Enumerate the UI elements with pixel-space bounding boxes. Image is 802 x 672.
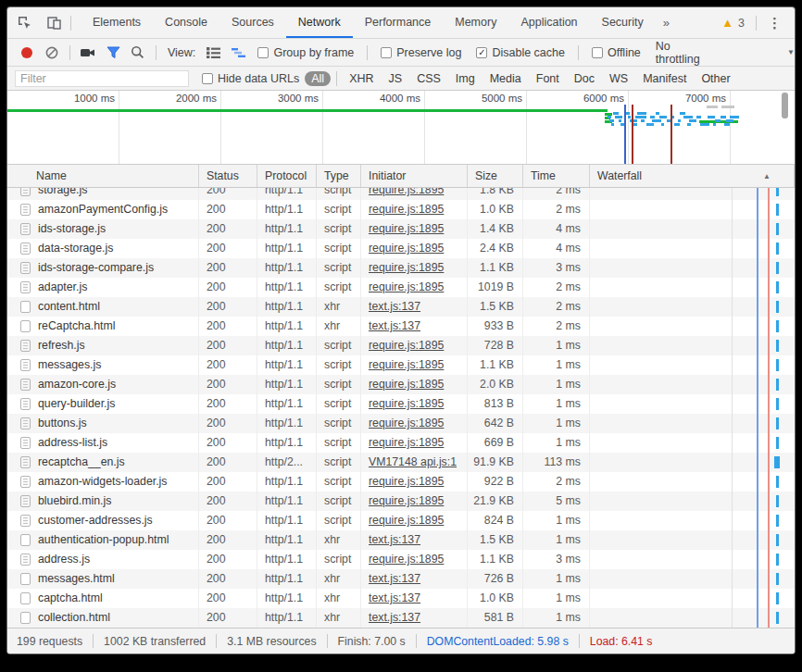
initiator-link[interactable]: require.js:1895 — [369, 222, 444, 235]
initiator-link[interactable]: require.js:1895 — [369, 339, 444, 352]
record-button[interactable] — [17, 43, 38, 63]
initiator-link[interactable]: require.js:1895 — [369, 553, 444, 566]
column-header-time[interactable]: Time — [523, 165, 590, 187]
initiator-link[interactable]: VM17148 api.js:1 — [369, 455, 457, 468]
inspect-element-icon[interactable] — [11, 11, 37, 35]
filter-chip-all[interactable]: All — [305, 71, 331, 86]
preserve-log-checkbox[interactable]: Preserve log — [381, 46, 461, 59]
table-row[interactable]: bluebird.min.js200http/1.1scriptrequire.… — [7, 492, 795, 511]
tab-memory[interactable]: Memory — [443, 7, 508, 38]
filter-chip-font[interactable]: Font — [530, 71, 566, 86]
screenshot-button[interactable] — [78, 43, 99, 63]
hide-data-urls-checkbox[interactable]: Hide data URLs — [202, 72, 299, 85]
filter-chip-doc[interactable]: Doc — [568, 71, 601, 86]
initiator-link[interactable]: text.js:137 — [369, 319, 420, 332]
table-row[interactable]: customer-addresses.js200http/1.1scriptre… — [7, 511, 795, 530]
filter-chip-ws[interactable]: WS — [603, 71, 634, 86]
search-icon — [131, 45, 144, 59]
tab-sources[interactable]: Sources — [219, 7, 286, 38]
table-row[interactable]: collection.html200http/1.1xhrtext.js:137… — [7, 608, 795, 628]
initiator-link[interactable]: text.js:137 — [369, 300, 420, 313]
table-row[interactable]: reCaptcha.html200http/1.1xhrtext.js:1379… — [7, 317, 795, 336]
table-row[interactable]: address.js200http/1.1scriptrequire.js:18… — [7, 550, 795, 569]
filter-chip-other[interactable]: Other — [695, 71, 736, 86]
clear-button[interactable] — [42, 43, 63, 63]
request-name: buttons.js — [38, 414, 87, 433]
table-row[interactable]: address-list.js200http/1.1scriptrequire.… — [7, 433, 795, 453]
column-header-initiator[interactable]: Initiator — [361, 165, 468, 187]
initiator-link[interactable]: require.js:1895 — [369, 261, 444, 274]
initiator-link[interactable]: require.js:1895 — [369, 378, 444, 391]
table-row[interactable]: storage.js200http/1.1scriptrequire.js:18… — [7, 188, 795, 200]
initiator-link[interactable]: require.js:1895 — [369, 188, 444, 196]
column-header-name[interactable]: Name — [7, 165, 199, 187]
disable-cache-checkbox[interactable]: ✓ Disable cache — [476, 46, 565, 59]
table-row[interactable]: messages.js200http/1.1scriptrequire.js:1… — [7, 355, 795, 375]
initiator-link[interactable]: require.js:1895 — [369, 475, 444, 488]
sort-ascending-icon[interactable]: ▲ — [763, 172, 771, 180]
initiator-link[interactable]: require.js:1895 — [369, 514, 444, 527]
table-row[interactable]: buttons.js200http/1.1scriptrequire.js:18… — [7, 414, 795, 433]
tab-performance[interactable]: Performance — [353, 7, 444, 38]
initiator-link[interactable]: require.js:1895 — [369, 242, 444, 255]
use-large-rows-button[interactable] — [203, 43, 224, 63]
throttling-select[interactable]: No throttling ▼ — [656, 40, 795, 66]
filter-chip-manifest[interactable]: Manifest — [636, 71, 693, 86]
kebab-menu-icon[interactable]: ⋮ — [760, 15, 789, 31]
initiator-link[interactable]: require.js:1895 — [369, 203, 444, 216]
table-row[interactable]: recaptcha__en.js200http/2...scriptVM1714… — [7, 453, 795, 472]
filter-chip-xhr[interactable]: XHR — [343, 71, 380, 86]
column-header-type[interactable]: Type — [317, 165, 361, 187]
table-row[interactable]: query-builder.js200http/1.1scriptrequire… — [7, 394, 795, 414]
request-protocol: http/1.1 — [257, 239, 317, 258]
table-row[interactable]: ids-storage-compare.js200http/1.1scriptr… — [7, 258, 795, 278]
table-row[interactable]: authentication-popup.html200http/1.1xhrt… — [7, 530, 795, 550]
initiator-link[interactable]: require.js:1895 — [369, 436, 444, 449]
overview-scrollbar-thumb[interactable] — [782, 93, 788, 118]
column-header-protocol[interactable]: Protocol — [257, 165, 317, 187]
group-by-frame-checkbox[interactable]: Group by frame — [257, 46, 354, 59]
table-row[interactable]: messages.html200http/1.1xhrtext.js:13772… — [7, 569, 795, 589]
show-overview-button[interactable] — [228, 43, 249, 63]
table-row[interactable]: refresh.js200http/1.1scriptrequire.js:18… — [7, 336, 795, 355]
table-row[interactable]: amazon-widgets-loader.js200http/1.1scrip… — [7, 472, 795, 492]
initiator-link[interactable]: text.js:137 — [369, 572, 420, 585]
request-status: 200 — [199, 219, 257, 239]
column-header-status[interactable]: Status — [199, 165, 257, 187]
filter-chip-img[interactable]: Img — [449, 71, 482, 86]
table-row[interactable]: amazon-core.js200http/1.1scriptrequire.j… — [7, 375, 795, 394]
initiator-link[interactable]: require.js:1895 — [369, 417, 444, 429]
table-row[interactable]: captcha.html200http/1.1xhrtext.js:1371.0… — [7, 589, 795, 608]
tab-console[interactable]: Console — [153, 7, 219, 38]
tab-elements[interactable]: Elements — [81, 7, 153, 38]
table-row[interactable]: ids-storage.js200http/1.1scriptrequire.j… — [7, 219, 795, 239]
timeline-overview[interactable]: 1000 ms2000 ms3000 ms4000 ms5000 ms6000 … — [7, 91, 795, 165]
table-row[interactable]: data-storage.js200http/1.1scriptrequire.… — [7, 239, 795, 258]
filter-chip-media[interactable]: Media — [483, 71, 528, 86]
filter-input[interactable] — [15, 70, 189, 87]
initiator-link[interactable]: require.js:1895 — [369, 494, 444, 507]
request-type: xhr — [317, 608, 361, 628]
filter-chip-js[interactable]: JS — [382, 71, 409, 86]
device-toolbar-icon[interactable] — [41, 11, 67, 35]
filter-chip-css[interactable]: CSS — [410, 71, 447, 86]
search-button[interactable] — [127, 43, 148, 63]
initiator-link[interactable]: text.js:137 — [369, 533, 420, 546]
initiator-link[interactable]: require.js:1895 — [369, 358, 444, 371]
column-header-size[interactable]: Size — [468, 165, 523, 187]
initiator-link[interactable]: require.js:1895 — [369, 280, 444, 293]
table-row[interactable]: content.html200http/1.1xhrtext.js:1371.5… — [7, 297, 795, 317]
initiator-link[interactable]: text.js:137 — [369, 611, 420, 624]
table-row[interactable]: adapter.js200http/1.1scriptrequire.js:18… — [7, 278, 795, 297]
offline-checkbox[interactable]: Offline — [592, 46, 641, 59]
filter-button[interactable] — [103, 43, 124, 63]
request-time: 1 ms — [523, 394, 590, 414]
console-warnings-badge[interactable]: ▲ 3 — [714, 16, 752, 30]
more-tabs-chevron[interactable]: » — [656, 16, 677, 30]
tab-application[interactable]: Application — [508, 7, 589, 38]
tab-network[interactable]: Network — [286, 7, 353, 38]
initiator-link[interactable]: text.js:137 — [369, 591, 420, 604]
table-row[interactable]: amazonPaymentConfig.js200http/1.1scriptr… — [7, 200, 795, 219]
initiator-link[interactable]: require.js:1895 — [369, 397, 444, 410]
tab-security[interactable]: Security — [590, 7, 656, 38]
